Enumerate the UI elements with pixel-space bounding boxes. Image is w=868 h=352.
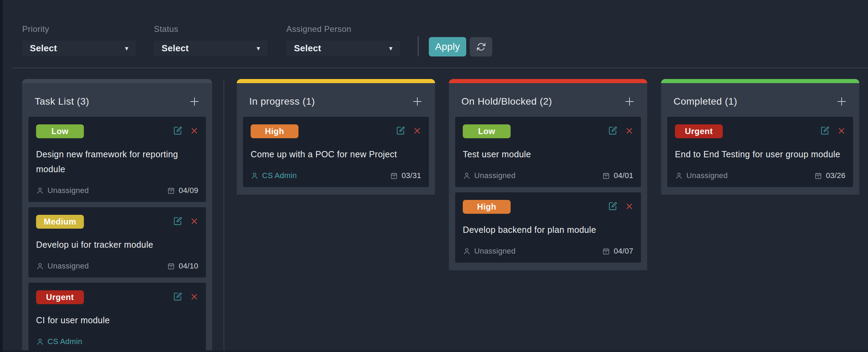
due-date: 04/01 xyxy=(614,171,633,180)
person-icon xyxy=(36,187,44,195)
task-card[interactable]: High Come up with a POC for new Project … xyxy=(243,117,429,187)
left-edge-strip xyxy=(0,0,3,352)
refresh-button[interactable] xyxy=(470,37,492,56)
filter-divider xyxy=(418,36,419,56)
column-accent-bar xyxy=(22,79,212,83)
x-icon xyxy=(190,217,198,225)
add-task-button[interactable] xyxy=(836,96,848,107)
priority-badge: High xyxy=(463,200,511,214)
calendar-icon: 7 xyxy=(167,187,175,195)
add-task-button[interactable] xyxy=(624,96,635,107)
assigned-person-filter-select[interactable]: Select ▾ xyxy=(286,41,400,56)
due-date-label: 7 04/10 xyxy=(167,262,198,271)
priority-filter-value: Select xyxy=(30,43,57,54)
priority-badge: Medium xyxy=(36,215,84,229)
task-card[interactable]: Medium Develop ui for tracker module Una… xyxy=(28,207,206,278)
priority-badge: Low xyxy=(463,124,511,138)
assignee-label: Unassigned xyxy=(463,171,515,180)
assignee-name: Unassigned xyxy=(474,171,515,180)
delete-task-button[interactable] xyxy=(190,127,198,135)
caret-down-icon: ▾ xyxy=(125,45,128,52)
person-icon xyxy=(675,172,683,180)
due-date-label: 7 03/26 xyxy=(814,171,845,180)
add-task-button[interactable] xyxy=(411,96,423,107)
delete-task-button[interactable] xyxy=(190,217,198,225)
task-card[interactable]: Urgent End to End Testing for user group… xyxy=(667,117,853,187)
edit-task-button[interactable] xyxy=(173,216,183,226)
task-card[interactable]: Low Design new framework for reporting m… xyxy=(28,117,206,202)
x-icon xyxy=(413,127,421,135)
task-card[interactable]: Low Test user module Unassigned 7 xyxy=(455,117,641,187)
task-card[interactable]: High Develop backend for plan module Una… xyxy=(455,192,641,263)
status-filter-select[interactable]: Select ▾ xyxy=(154,41,268,56)
task-title: Design new framework for reporting modul… xyxy=(36,147,198,177)
board-column-in-progress: In progress (1) High Come up with a POC xyxy=(237,79,435,195)
bottom-edge-strip xyxy=(3,350,868,352)
status-filter-value: Select xyxy=(162,43,189,54)
delete-task-button[interactable] xyxy=(190,293,198,301)
task-title: Develop backend for plan module xyxy=(463,222,633,237)
plus-icon xyxy=(411,96,423,107)
edit-task-button[interactable] xyxy=(608,126,618,135)
add-task-button[interactable] xyxy=(189,96,200,107)
assignee-label: CS Admin xyxy=(36,337,82,346)
x-icon xyxy=(625,202,633,210)
apply-button[interactable]: Apply xyxy=(429,37,466,56)
calendar-icon: 7 xyxy=(602,247,610,255)
calendar-icon: 7 xyxy=(390,172,398,180)
assignee-label: Unassigned xyxy=(36,186,89,195)
priority-badge: Urgent xyxy=(675,124,723,138)
refresh-icon xyxy=(476,42,486,52)
column-title: On Hold/Blocked (2) xyxy=(461,96,552,107)
column-accent-bar xyxy=(237,79,435,83)
assignee-name: CS Admin xyxy=(262,171,297,180)
edit-task-button[interactable] xyxy=(396,126,406,135)
column-title: In progress (1) xyxy=(249,96,315,107)
caret-down-icon: ▾ xyxy=(257,45,260,52)
header-divider xyxy=(11,68,868,68)
task-title: CI for user module xyxy=(36,313,198,328)
assignee-name: Unassigned xyxy=(474,247,515,256)
priority-badge: High xyxy=(251,124,298,138)
column-accent-bar xyxy=(661,79,859,83)
edit-icon xyxy=(173,292,183,301)
person-icon xyxy=(463,172,471,180)
x-icon xyxy=(837,127,845,135)
calendar-digit: 7 xyxy=(605,250,607,254)
edit-icon xyxy=(173,126,183,135)
assignee-label: Unassigned xyxy=(36,262,89,271)
person-icon xyxy=(36,262,44,270)
board-column-on-hold: On Hold/Blocked (2) Low Test user modul xyxy=(449,79,647,270)
edit-icon xyxy=(820,126,830,135)
edit-task-button[interactable] xyxy=(608,201,618,211)
status-filter: Status Select ▾ xyxy=(154,24,268,56)
task-title: Test user module xyxy=(463,147,633,162)
board-column-completed: Completed (1) Urgent End to End Testing xyxy=(661,79,859,195)
due-date-label: 7 03/31 xyxy=(390,171,421,180)
assignee-name: Unassigned xyxy=(47,262,89,271)
assignee-label: CS Admin xyxy=(251,171,297,180)
edit-icon xyxy=(173,216,183,226)
delete-task-button[interactable] xyxy=(837,127,845,135)
calendar-digit: 7 xyxy=(393,175,395,178)
due-date-label: 7 04/07 xyxy=(602,247,633,256)
plus-icon xyxy=(836,96,848,107)
assignee-name: CS Admin xyxy=(47,337,82,346)
edit-task-button[interactable] xyxy=(173,292,183,301)
edit-icon xyxy=(608,126,618,135)
column-title: Task List (3) xyxy=(35,96,89,107)
due-date: 03/31 xyxy=(401,171,421,180)
delete-task-button[interactable] xyxy=(625,202,633,210)
edit-task-button[interactable] xyxy=(173,126,183,135)
delete-task-button[interactable] xyxy=(413,127,421,135)
priority-filter-select[interactable]: Select ▾ xyxy=(22,41,136,56)
assignee-label: Unassigned xyxy=(675,171,728,180)
assigned-person-filter-value: Select xyxy=(294,43,321,54)
board-column-task-list: Task List (3) Low Design new framework xyxy=(22,79,212,352)
x-icon xyxy=(625,127,633,135)
due-date: 03/26 xyxy=(826,171,845,180)
caret-down-icon: ▾ xyxy=(389,45,392,52)
task-card[interactable]: Urgent CI for user module CS Admin xyxy=(28,283,206,352)
delete-task-button[interactable] xyxy=(625,127,633,135)
edit-task-button[interactable] xyxy=(820,126,830,135)
